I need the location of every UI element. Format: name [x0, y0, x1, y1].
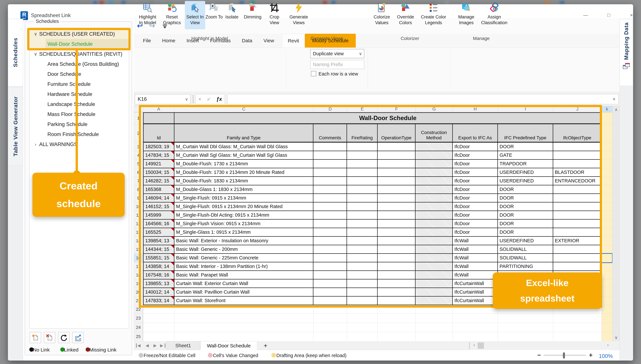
- cell-I12[interactable]: DOOR: [498, 220, 553, 228]
- schedule-header-id[interactable]: Id: [143, 124, 174, 142]
- schedule-header-construction-method[interactable]: Construction Method: [415, 124, 453, 142]
- cell-K14[interactable]: [602, 237, 612, 245]
- cell-J11[interactable]: [553, 211, 602, 220]
- cell-E10[interactable]: [347, 202, 378, 211]
- schedule-header-firerating[interactable]: FireRating: [347, 124, 378, 142]
- cell-K15[interactable]: [602, 245, 612, 254]
- cell-D13[interactable]: [313, 228, 347, 237]
- scroll-up-icon[interactable]: ∧: [612, 107, 620, 112]
- cell-K3[interactable]: [602, 142, 612, 151]
- cell-J16[interactable]: [553, 254, 602, 262]
- column-header-k[interactable]: k: [602, 106, 612, 112]
- cell-H20[interactable]: IfcCurtainWall: [453, 288, 498, 296]
- cell-F8[interactable]: [378, 185, 415, 194]
- zoom-out-button[interactable]: −: [537, 352, 541, 359]
- cell-D19[interactable]: [313, 280, 347, 288]
- cell-empty-23-1[interactable]: [174, 314, 313, 323]
- column-header-D[interactable]: D: [313, 106, 347, 112]
- cell-I8[interactable]: DOOR: [498, 185, 553, 194]
- zoom-to-button[interactable]: Zoom To: [204, 1, 224, 29]
- cell-F20[interactable]: [378, 288, 415, 296]
- cell-K9[interactable]: [602, 194, 612, 202]
- cell-empty-22-4[interactable]: [378, 305, 415, 314]
- cell-C20[interactable]: Curtain Wall: Pavillion Curtain Wall: [174, 288, 313, 296]
- cell-A12[interactable]: 164566; 16: [143, 220, 174, 228]
- cell-F3[interactable]: [378, 142, 415, 151]
- cell-H4[interactable]: IfcDoor: [453, 151, 498, 160]
- row-header-4[interactable]: 4: [134, 151, 143, 160]
- horizontal-scrollbar[interactable]: ‹ ›: [470, 341, 612, 350]
- cell-J14[interactable]: EXTERIOR: [553, 237, 602, 245]
- generate-views-button[interactable]: Generate Views: [289, 1, 309, 29]
- cell-F11[interactable]: [378, 211, 415, 220]
- assign-classification-button[interactable]: Assign Classification: [480, 1, 508, 29]
- cell-F13[interactable]: [378, 228, 415, 237]
- manage-images-button[interactable]: Manage Images: [454, 1, 479, 29]
- cell-A15[interactable]: 144344; 15: [143, 245, 174, 254]
- tree-item-room-finish-schedule[interactable]: Room Finish Schedule: [30, 129, 129, 139]
- row-header-6[interactable]: 6: [134, 168, 143, 177]
- cell-G8[interactable]: [415, 185, 453, 194]
- cell-I14[interactable]: USERDEFINED: [498, 237, 553, 245]
- column-header-J[interactable]: J: [553, 106, 602, 112]
- tree-item-mass-floor-schedule[interactable]: Mass Floor Schedule: [30, 109, 129, 119]
- cell-K21[interactable]: [602, 296, 612, 305]
- cell-empty-22-1[interactable]: [174, 305, 313, 314]
- isolate-button[interactable]: Isolate: [222, 1, 242, 29]
- cell-D21[interactable]: [313, 296, 347, 305]
- schedule-header-family-and-type[interactable]: Family and Type: [174, 124, 313, 142]
- cell-D9[interactable]: [313, 194, 347, 202]
- cell-G9[interactable]: [415, 194, 453, 202]
- last-sheet-icon[interactable]: [165, 344, 165, 348]
- cell-F19[interactable]: [378, 280, 415, 288]
- cell-A16[interactable]: 155851; 15: [143, 254, 174, 262]
- sheet-tab-wall-door-schedule[interactable]: Wall-Door Schedule: [200, 341, 257, 350]
- cell-J6[interactable]: BLASTDOOR: [553, 168, 602, 177]
- cell-K1[interactable]: [602, 112, 612, 124]
- export-schedule-button[interactable]: [72, 332, 84, 343]
- cell-C4[interactable]: M_Curtain Wall Sgl Glass: M_Curtain Wall…: [174, 151, 313, 160]
- formula-bar-splitter[interactable]: [193, 96, 193, 103]
- cell-C7[interactable]: M_Double-Flush: 1830 x 2134mm: [174, 177, 313, 185]
- cell-H18[interactable]: IfcWall: [453, 271, 498, 280]
- cell-H19[interactable]: IfcCurtainWall: [453, 280, 498, 288]
- first-sheet-icon[interactable]: [136, 344, 137, 348]
- cell-C13[interactable]: M_Single-Glass 1: 0915 x 2134mm: [174, 228, 313, 237]
- row-header-15[interactable]: 15: [134, 245, 143, 254]
- crop-view-button[interactable]: Crop View: [264, 1, 285, 29]
- cell-A20[interactable]: 140012; 14: [143, 288, 174, 296]
- cell-G7[interactable]: [415, 177, 453, 185]
- cell-J12[interactable]: [553, 220, 602, 228]
- schedule-header-ifcobjecttype[interactable]: IfcObjectType: [553, 124, 602, 142]
- cell-A1[interactable]: [143, 112, 174, 124]
- chevron-down-icon[interactable]: ∨: [32, 51, 39, 57]
- cell-D15[interactable]: [313, 245, 347, 254]
- chevron-down-icon[interactable]: ∨: [32, 31, 39, 37]
- side-tab-mapping-data[interactable]: Mapping Data: [620, 20, 633, 86]
- column-header-E[interactable]: E: [347, 106, 378, 112]
- cell-empty-25-3[interactable]: [347, 332, 378, 341]
- cell-A17[interactable]: 143858; 14: [143, 262, 174, 271]
- schedule-header-export-to-ifc-as[interactable]: Export to IFC As: [453, 124, 498, 142]
- cell-F17[interactable]: [378, 262, 415, 271]
- cell-empty-24-4[interactable]: [378, 323, 415, 332]
- tree-item-furniture-schedule[interactable]: Furniture Schedule: [30, 79, 129, 89]
- cell-J4[interactable]: [553, 151, 602, 160]
- cell-empty-22-3[interactable]: [347, 305, 378, 314]
- cell-D12[interactable]: [313, 220, 347, 228]
- cell-I13[interactable]: DOOR: [498, 228, 553, 237]
- cell-K20[interactable]: [602, 288, 612, 296]
- duplicate-view-dropdown[interactable]: Duplicate view ∨: [310, 49, 364, 58]
- cell-D7[interactable]: [313, 177, 347, 185]
- cell-I10[interactable]: DOOR: [498, 202, 553, 211]
- cell-I9[interactable]: DOOR: [498, 194, 553, 202]
- cell-E21[interactable]: [347, 296, 378, 305]
- cell-K13[interactable]: [602, 228, 612, 237]
- confirm-icon[interactable]: ✓: [207, 96, 211, 102]
- cell-A10[interactable]: 146152; 15: [143, 202, 174, 211]
- cell-E5[interactable]: [347, 160, 378, 168]
- cell-F4[interactable]: [378, 151, 415, 160]
- scroll-left-icon[interactable]: ‹: [472, 342, 477, 348]
- cell-K24[interactable]: [602, 323, 612, 332]
- ribbon-tab-data[interactable]: Data: [236, 34, 258, 48]
